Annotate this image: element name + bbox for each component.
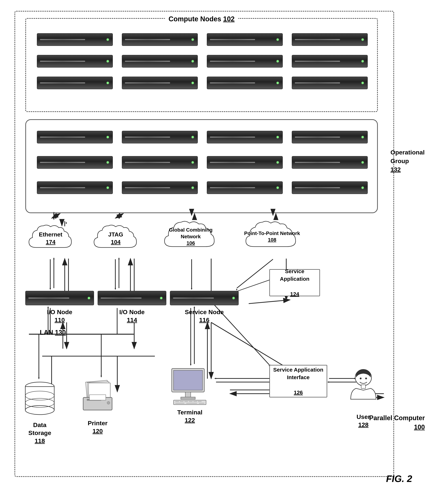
svg-rect-94 [180, 401, 184, 402]
jtag-cloud: JTAG 104 [90, 219, 141, 258]
point-to-point-cloud: Point-To-Point Network 108 [242, 215, 302, 258]
fig-label: FIG. 2 [386, 473, 412, 484]
svg-rect-100 [186, 403, 197, 404]
svg-rect-96 [189, 401, 193, 402]
svg-rect-92 [174, 400, 206, 405]
printer-label: Printer 120 [78, 419, 117, 435]
io-node-1-label: I/O Node 110 [25, 308, 94, 324]
svg-rect-87 [90, 395, 106, 400]
server-unit [207, 55, 283, 68]
server-unit [37, 55, 113, 68]
svg-rect-98 [198, 401, 202, 402]
svg-rect-95 [184, 401, 188, 402]
user-icon [345, 367, 381, 410]
server-unit [207, 33, 283, 46]
server-unit [292, 131, 368, 143]
server-unit [122, 77, 198, 89]
printer-icon [78, 379, 117, 416]
svg-point-86 [107, 401, 110, 404]
diagram: Parallel Computer 100 Compute Nodes 102 [11, 7, 430, 495]
service-application-box: Service Application 124 [269, 269, 320, 296]
compute-nodes-box: Compute Nodes 102 [25, 18, 378, 112]
io-node-2-server [98, 291, 166, 305]
svg-point-104 [360, 378, 362, 379]
service-node-server [170, 291, 239, 305]
data-storage-icon [22, 379, 58, 419]
operational-group-label: Operational Group 132 [390, 148, 430, 174]
svg-rect-101 [199, 403, 204, 404]
svg-rect-97 [193, 401, 197, 402]
server-unit [37, 156, 113, 169]
svg-rect-93 [175, 401, 179, 402]
io-node-2-label: I/O Node 114 [98, 308, 166, 324]
global-combining-cloud: Global Combining Network 106 [161, 215, 221, 258]
ethernet-cloud: Ethernet 174 [25, 219, 76, 258]
lan-label: LAN 130 [40, 329, 66, 336]
server-unit [37, 131, 113, 143]
compute-nodes-label: Compute Nodes 102 [165, 15, 238, 23]
server-unit [292, 156, 368, 169]
service-node-label: Service Node 116 [170, 308, 239, 324]
server-unit [292, 181, 368, 194]
server-unit [37, 77, 113, 89]
svg-rect-103 [361, 385, 366, 388]
server-unit [292, 77, 368, 89]
server-unit [122, 131, 198, 143]
service-application-interface-box: Service Application Interface 126 [269, 365, 327, 398]
server-unit [122, 156, 198, 169]
server-unit [207, 131, 283, 143]
svg-point-105 [365, 378, 367, 379]
server-unit [292, 55, 368, 68]
svg-point-78 [25, 406, 54, 415]
server-unit [122, 55, 198, 68]
terminal-icon [168, 367, 212, 406]
server-unit [207, 156, 283, 169]
svg-rect-99 [175, 403, 184, 404]
svg-rect-91 [181, 397, 195, 399]
user-label: User 128 [345, 413, 381, 429]
server-unit [37, 33, 113, 46]
server-unit [122, 33, 198, 46]
svg-rect-89 [174, 370, 203, 390]
terminal-label: Terminal 122 [168, 408, 212, 424]
svg-rect-90 [185, 392, 191, 398]
operational-group-box [25, 119, 378, 213]
server-unit [207, 77, 283, 89]
server-unit [292, 33, 368, 46]
io-node-1-server [25, 291, 94, 305]
server-unit [122, 181, 198, 194]
server-unit [37, 181, 113, 194]
server-unit [207, 181, 283, 194]
data-storage-label: Data Storage 118 [22, 421, 58, 445]
